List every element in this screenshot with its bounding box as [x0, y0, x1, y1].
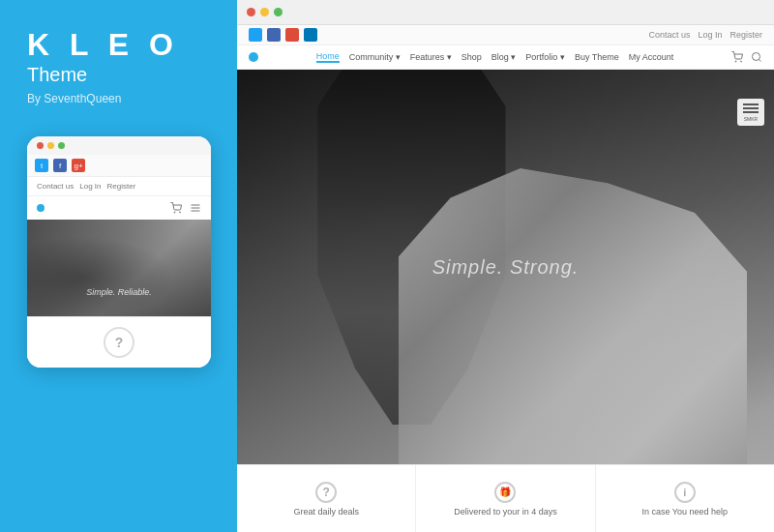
twitter-icon: t [35, 159, 48, 172]
svg-point-5 [735, 61, 736, 62]
delivery-label: Delivered to your in 4 days [454, 507, 557, 517]
desktop-nav-icons [731, 51, 762, 63]
mobile-register-label[interactable]: Register [107, 182, 136, 191]
nav-link-portfolio[interactable]: Portfolio ▾ [525, 52, 565, 62]
mobile-hero-text: Simple. Reliable. [86, 287, 152, 297]
help-icon: i [674, 482, 696, 503]
feature-help: i In case You need help [596, 465, 774, 532]
brand-subtitle: Theme [27, 64, 87, 86]
googleplus-icon: g+ [72, 159, 85, 172]
nav-link-shop[interactable]: Shop [461, 52, 482, 62]
browser-dot-yellow [260, 8, 269, 16]
browser-chrome [237, 0, 774, 25]
stack-line-1 [743, 103, 759, 105]
svg-line-8 [759, 59, 760, 61]
desktop-top-links: Contact us Log In Register [648, 30, 762, 40]
mobile-header: Contact us Log In Register [27, 177, 211, 196]
mobile-dot-green [58, 142, 65, 149]
stack-badge: SMKR [737, 99, 764, 126]
desktop-navbar: Home Community ▾ Features ▾ Shop Blog ▾ … [237, 45, 774, 70]
brand-name: K L E O [27, 29, 179, 60]
mobile-top-bar [27, 136, 211, 155]
desktop-logo[interactable] [249, 52, 258, 62]
mobile-dot-red [37, 142, 44, 149]
stack-label: SMKR [744, 116, 758, 122]
mobile-mockup: t f g+ Contact us Log In Register [27, 136, 211, 368]
desktop-social-icons [249, 28, 317, 42]
delivery-icon: 🎁 [494, 482, 516, 503]
help-label: In case You need help [642, 507, 729, 517]
desktop-facebook-icon [267, 28, 281, 42]
stack-line-3 [743, 111, 759, 113]
mobile-header-links: Contact us Log In Register [37, 182, 135, 191]
deals-label: Great daily deals [293, 507, 359, 517]
nav-link-buytheme[interactable]: Buy Theme [575, 52, 619, 62]
desktop-linkedin-icon [304, 28, 317, 42]
desktop-cart-icon[interactable] [731, 51, 743, 63]
mobile-social-row: t f g+ [27, 155, 211, 177]
svg-point-0 [174, 212, 175, 213]
stack-line-2 [743, 107, 759, 109]
browser-dot-green [274, 8, 283, 16]
browser-dot-red [247, 8, 255, 16]
nav-link-myaccount[interactable]: My Account [629, 52, 674, 62]
mobile-hero-image: Simple. Reliable. [27, 220, 211, 316]
mobile-bottom-bar: ? [27, 316, 211, 368]
cart-icon[interactable] [170, 202, 182, 214]
feature-deals: ? Great daily deals [237, 465, 416, 532]
desktop-register-label[interactable]: Register [729, 30, 762, 40]
nav-link-blog[interactable]: Blog ▾ [491, 52, 517, 62]
question-mark: ? [115, 335, 124, 350]
feature-delivery: 🎁 Delivered to your in 4 days [416, 465, 595, 532]
brand-author: By SeventhQueen [27, 92, 121, 105]
left-panel: K L E O Theme By SeventhQueen t f g+ Con… [0, 0, 237, 532]
desktop-hero: Simple. Strong. SMKR [237, 70, 774, 464]
mobile-logo [37, 204, 45, 212]
menu-icon[interactable] [190, 202, 201, 214]
desktop-top-bar: Contact us Log In Register [237, 25, 774, 45]
nav-link-community[interactable]: Community ▾ [349, 52, 401, 62]
right-panel: Contact us Log In Register Home Communit… [237, 0, 774, 532]
mobile-contact-label[interactable]: Contact us [37, 182, 74, 191]
features-bar: ? Great daily deals 🎁 Delivered to your … [237, 464, 774, 532]
mobile-question-icon[interactable]: ? [104, 327, 134, 358]
mobile-logo-icons [170, 202, 201, 214]
svg-point-6 [741, 61, 742, 62]
mobile-dot-yellow [47, 142, 54, 149]
nav-link-features[interactable]: Features ▾ [410, 52, 452, 62]
desktop-search-icon[interactable] [751, 51, 762, 63]
svg-point-1 [180, 212, 181, 213]
svg-point-7 [753, 53, 760, 61]
mobile-logo-bar [27, 196, 211, 220]
mobile-login-label[interactable]: Log In [79, 182, 101, 191]
deals-icon: ? [315, 482, 337, 503]
desktop-twitter-icon [249, 28, 262, 42]
desktop-nav-links: Home Community ▾ Features ▾ Shop Blog ▾ … [316, 51, 674, 63]
facebook-icon: f [53, 159, 67, 172]
desktop-login-label[interactable]: Log In [698, 30, 722, 40]
desktop-contact-label[interactable]: Contact us [648, 30, 690, 40]
nav-link-home[interactable]: Home [316, 51, 340, 63]
desktop-gplus-icon [285, 28, 299, 42]
hero-text: Simple. Strong. [432, 256, 580, 279]
